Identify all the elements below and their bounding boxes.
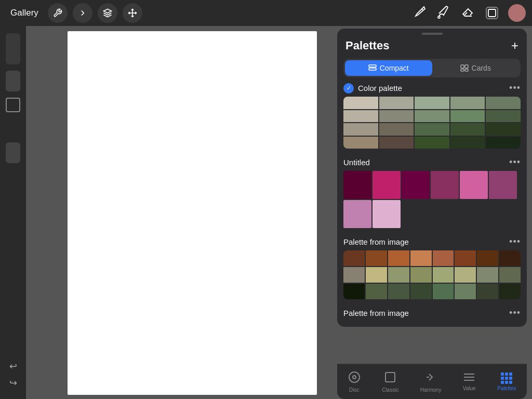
drawing-canvas[interactable]	[68, 31, 317, 395]
color-cell[interactable]	[450, 137, 485, 149]
pen-tool-icon[interactable]	[411, 5, 428, 21]
palette-check-color-palette[interactable]: ✓	[343, 83, 354, 94]
value-icon	[463, 373, 475, 384]
palette-more-from-image-1[interactable]: •••	[509, 236, 521, 247]
left-sidebar: ↩ ↪	[0, 26, 26, 399]
color-cell[interactable]	[379, 97, 414, 109]
color-grid-untitled[interactable]	[343, 171, 521, 228]
color-cell[interactable]	[343, 123, 378, 136]
color-cell[interactable]	[410, 250, 432, 266]
color-cell[interactable]	[455, 284, 476, 299]
selection-icon-button[interactable]	[98, 3, 117, 23]
layers-icon[interactable]	[483, 4, 501, 22]
color-cell[interactable]	[486, 110, 521, 123]
gallery-button[interactable]: Gallery	[6, 6, 43, 20]
color-cell[interactable]	[431, 171, 459, 199]
svg-rect-8	[461, 69, 464, 71]
color-cell[interactable]	[410, 284, 432, 299]
color-cell[interactable]	[343, 250, 365, 266]
svg-rect-4	[369, 65, 376, 67]
classic-label: Classic	[382, 387, 398, 393]
color-cell[interactable]	[343, 97, 378, 109]
color-cell[interactable]	[433, 284, 454, 299]
color-cell[interactable]	[433, 267, 454, 283]
user-avatar[interactable]	[508, 4, 526, 22]
color-cell[interactable]	[477, 284, 498, 299]
svg-point-10	[349, 372, 360, 382]
svg-rect-3	[488, 9, 496, 17]
tab-value[interactable]: Value	[459, 370, 480, 393]
undo-button[interactable]: ↩	[9, 361, 17, 372]
brush-size-slider[interactable]	[6, 33, 20, 64]
color-cell[interactable]	[433, 250, 454, 266]
color-cell[interactable]	[486, 97, 521, 109]
color-cell[interactable]	[343, 284, 365, 299]
color-cell[interactable]	[415, 97, 449, 109]
color-cell[interactable]	[373, 171, 401, 199]
tab-cards[interactable]: Cards	[432, 60, 520, 76]
color-cell[interactable]	[450, 110, 485, 123]
color-grid-color-palette[interactable]	[343, 97, 521, 149]
svg-point-11	[353, 376, 356, 379]
eraser-tool-icon[interactable]	[459, 5, 476, 21]
color-cell[interactable]	[343, 171, 371, 199]
color-cell[interactable]	[460, 171, 488, 199]
modify-icon-button[interactable]	[73, 3, 92, 23]
add-palette-button[interactable]: +	[511, 39, 518, 52]
tab-compact[interactable]: Compact	[345, 60, 432, 76]
color-cell[interactable]	[366, 250, 387, 266]
tab-disc[interactable]: Disc	[344, 369, 365, 395]
color-cell[interactable]	[343, 137, 378, 149]
palettes-panel: Palettes + Compact Cards	[337, 29, 527, 327]
color-cell[interactable]	[450, 97, 485, 109]
palette-more-untitled[interactable]: •••	[509, 157, 521, 168]
palettes-label: Palettes	[497, 385, 516, 391]
transform-icon-button[interactable]	[123, 3, 142, 23]
palette-more-color-palette[interactable]: •••	[509, 83, 521, 94]
palette-more-from-image-2[interactable]: •••	[509, 308, 521, 318]
drag-handle[interactable]	[337, 29, 527, 37]
color-cell[interactable]	[343, 110, 378, 123]
color-cell[interactable]	[379, 137, 414, 149]
color-cell[interactable]	[455, 267, 476, 283]
color-cell[interactable]	[499, 267, 521, 283]
palette-list: ✓ Color palette ••• Untitled ••• Palette…	[337, 83, 527, 327]
color-cell[interactable]	[455, 250, 476, 266]
color-cell[interactable]	[486, 137, 521, 149]
color-cell[interactable]	[373, 200, 401, 228]
color-cell[interactable]	[343, 200, 371, 228]
color-cell[interactable]	[379, 110, 414, 123]
color-cell[interactable]	[410, 267, 432, 283]
color-grid-from-image-1[interactable]	[343, 250, 521, 299]
tab-classic[interactable]: Classic	[378, 369, 403, 395]
color-cell[interactable]	[477, 267, 498, 283]
color-cell[interactable]	[379, 123, 414, 136]
color-cell[interactable]	[388, 267, 409, 283]
color-cell[interactable]	[343, 267, 365, 283]
bottom-tabbar: Disc Classic Harmony Value	[337, 364, 527, 399]
color-cell[interactable]	[415, 110, 449, 123]
color-cell[interactable]	[402, 171, 430, 199]
color-cell[interactable]	[489, 171, 517, 199]
harmony-icon	[424, 371, 437, 385]
color-cell[interactable]	[450, 123, 485, 136]
color-cell[interactable]	[499, 250, 521, 266]
redo-button[interactable]: ↪	[9, 377, 17, 389]
color-cell[interactable]	[388, 250, 409, 266]
opacity-slider[interactable]	[6, 71, 20, 91]
tab-harmony[interactable]: Harmony	[416, 369, 446, 395]
wrench-icon-button[interactable]	[48, 3, 68, 23]
color-cell[interactable]	[477, 250, 498, 266]
brush-tool-icon[interactable]	[435, 5, 452, 21]
shape-tool[interactable]	[6, 98, 20, 112]
color-cell[interactable]	[366, 267, 387, 283]
color-cell[interactable]	[486, 123, 521, 136]
color-cell[interactable]	[366, 284, 387, 299]
color-cell[interactable]	[415, 137, 449, 149]
tab-palettes[interactable]: Palettes	[493, 370, 520, 393]
color-cell[interactable]	[388, 284, 409, 299]
flow-slider[interactable]	[6, 142, 20, 163]
color-cell[interactable]	[415, 123, 449, 136]
svg-rect-12	[385, 373, 395, 382]
color-cell[interactable]	[499, 284, 521, 299]
